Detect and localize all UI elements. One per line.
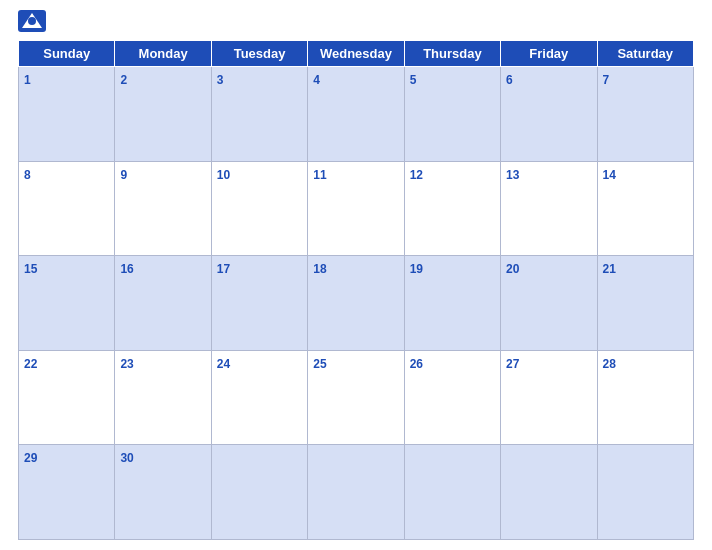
calendar-table: SundayMondayTuesdayWednesdayThursdayFrid… bbox=[18, 40, 694, 540]
day-number: 29 bbox=[24, 451, 37, 465]
calendar-header-row: SundayMondayTuesdayWednesdayThursdayFrid… bbox=[19, 41, 694, 67]
day-number: 17 bbox=[217, 262, 230, 276]
calendar-cell: 5 bbox=[404, 67, 500, 162]
calendar-cell: 24 bbox=[211, 350, 307, 445]
logo bbox=[18, 10, 50, 36]
calendar-cell: 6 bbox=[501, 67, 597, 162]
calendar-cell: 3 bbox=[211, 67, 307, 162]
day-number: 1 bbox=[24, 73, 31, 87]
calendar-week-row: 891011121314 bbox=[19, 161, 694, 256]
calendar-cell: 2 bbox=[115, 67, 211, 162]
day-header-sunday: Sunday bbox=[19, 41, 115, 67]
day-number: 30 bbox=[120, 451, 133, 465]
day-header-thursday: Thursday bbox=[404, 41, 500, 67]
day-number: 13 bbox=[506, 168, 519, 182]
calendar-cell: 7 bbox=[597, 67, 693, 162]
day-number: 28 bbox=[603, 357, 616, 371]
day-number: 2 bbox=[120, 73, 127, 87]
calendar-cell: 11 bbox=[308, 161, 404, 256]
calendar-cell: 8 bbox=[19, 161, 115, 256]
day-number: 23 bbox=[120, 357, 133, 371]
day-number: 15 bbox=[24, 262, 37, 276]
day-number: 14 bbox=[603, 168, 616, 182]
calendar-cell bbox=[404, 445, 500, 540]
calendar-cell: 28 bbox=[597, 350, 693, 445]
day-header-friday: Friday bbox=[501, 41, 597, 67]
calendar-cell: 19 bbox=[404, 256, 500, 351]
day-number: 26 bbox=[410, 357, 423, 371]
day-number: 7 bbox=[603, 73, 610, 87]
day-number: 21 bbox=[603, 262, 616, 276]
calendar-cell: 14 bbox=[597, 161, 693, 256]
calendar-cell: 22 bbox=[19, 350, 115, 445]
calendar-cell: 1 bbox=[19, 67, 115, 162]
calendar-cell: 26 bbox=[404, 350, 500, 445]
calendar-cell bbox=[501, 445, 597, 540]
top-bar bbox=[18, 10, 694, 36]
calendar-cell: 16 bbox=[115, 256, 211, 351]
calendar-cell: 13 bbox=[501, 161, 597, 256]
calendar-cell bbox=[211, 445, 307, 540]
day-number: 11 bbox=[313, 168, 326, 182]
day-number: 3 bbox=[217, 73, 224, 87]
calendar-cell: 9 bbox=[115, 161, 211, 256]
svg-point-2 bbox=[28, 17, 36, 25]
calendar-week-row: 1234567 bbox=[19, 67, 694, 162]
day-number: 4 bbox=[313, 73, 320, 87]
calendar-cell: 18 bbox=[308, 256, 404, 351]
day-number: 12 bbox=[410, 168, 423, 182]
calendar-cell: 4 bbox=[308, 67, 404, 162]
day-header-saturday: Saturday bbox=[597, 41, 693, 67]
calendar-cell: 15 bbox=[19, 256, 115, 351]
day-number: 5 bbox=[410, 73, 417, 87]
day-number: 9 bbox=[120, 168, 127, 182]
calendar-cell bbox=[597, 445, 693, 540]
day-number: 6 bbox=[506, 73, 513, 87]
calendar-week-row: 2930 bbox=[19, 445, 694, 540]
calendar-cell: 10 bbox=[211, 161, 307, 256]
day-number: 22 bbox=[24, 357, 37, 371]
calendar-cell: 20 bbox=[501, 256, 597, 351]
calendar-week-row: 15161718192021 bbox=[19, 256, 694, 351]
day-number: 25 bbox=[313, 357, 326, 371]
day-number: 16 bbox=[120, 262, 133, 276]
calendar-cell: 30 bbox=[115, 445, 211, 540]
day-number: 8 bbox=[24, 168, 31, 182]
calendar-cell bbox=[308, 445, 404, 540]
calendar-cell: 23 bbox=[115, 350, 211, 445]
day-number: 24 bbox=[217, 357, 230, 371]
day-header-monday: Monday bbox=[115, 41, 211, 67]
day-number: 20 bbox=[506, 262, 519, 276]
logo-icon bbox=[18, 10, 46, 36]
calendar-cell: 29 bbox=[19, 445, 115, 540]
day-number: 18 bbox=[313, 262, 326, 276]
calendar-cell: 17 bbox=[211, 256, 307, 351]
calendar-week-row: 22232425262728 bbox=[19, 350, 694, 445]
day-header-wednesday: Wednesday bbox=[308, 41, 404, 67]
day-header-tuesday: Tuesday bbox=[211, 41, 307, 67]
calendar-cell: 21 bbox=[597, 256, 693, 351]
calendar-cell: 12 bbox=[404, 161, 500, 256]
day-number: 19 bbox=[410, 262, 423, 276]
calendar-cell: 25 bbox=[308, 350, 404, 445]
calendar-body: 1234567891011121314151617181920212223242… bbox=[19, 67, 694, 540]
day-number: 27 bbox=[506, 357, 519, 371]
calendar-cell: 27 bbox=[501, 350, 597, 445]
day-number: 10 bbox=[217, 168, 230, 182]
